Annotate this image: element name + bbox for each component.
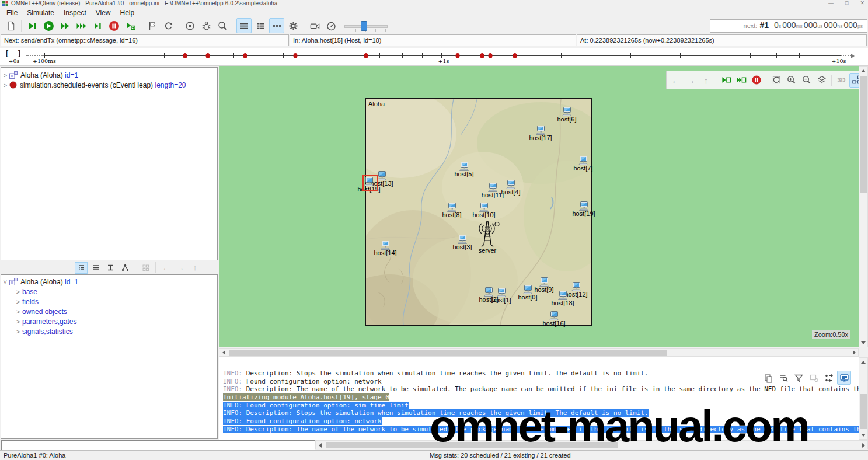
timeline[interactable]: [ ] +0s+100ms+1s+10s [0,48,868,66]
maximize-button[interactable]: □ [845,0,848,6]
chevron-right-icon[interactable]: > [1,82,9,89]
log-line[interactable]: INFO: Found configuration option: sim-ti… [223,402,859,410]
log-line[interactable]: INFO: Description: Stops the simulation … [223,409,859,417]
step-button[interactable] [25,18,40,33]
scroll-left-button[interactable] [219,349,228,357]
run-until-button[interactable] [90,18,105,33]
timeline-event-dot[interactable] [183,53,187,58]
children-mode-button[interactable] [104,262,117,274]
timeline-event-dot[interactable] [294,53,298,58]
node-host[19][interactable]: host[19] [578,201,590,219]
canvas-stop-button[interactable] [749,73,764,88]
chevron-right-icon[interactable]: > [14,308,22,315]
express-run-button[interactable] [74,18,89,33]
chevron-right-icon[interactable]: > [14,298,22,305]
scroll-right-button[interactable] [850,349,858,357]
scroll-up-button[interactable] [859,67,867,75]
canvas-up-button[interactable]: ↑ [699,73,713,88]
log-vscrollbar[interactable] [859,357,868,440]
node-host[10][interactable]: host[10] [478,203,490,220]
node-host[12][interactable]: host[12] [570,282,582,299]
new-file-button[interactable] [3,18,18,33]
relayout-button[interactable] [769,73,783,88]
timeline-event-dot[interactable] [513,53,517,58]
scroll-down-button[interactable] [859,431,867,439]
history-forward-button[interactable]: → [174,262,187,274]
zoom-out-button[interactable] [799,73,814,88]
timeline-event-dot[interactable] [480,53,484,58]
node-host[6][interactable]: host[6] [561,107,573,124]
inspector-child-parameters-gates[interactable]: > parameters,gates [1,316,217,326]
timeline-left-bracket[interactable]: [ [6,49,8,57]
speed-button[interactable] [323,18,339,33]
node-host[8][interactable]: host[8] [446,203,458,220]
menu-help[interactable]: Help [116,9,140,17]
flat-list-mode-button[interactable] [89,262,102,274]
stop-button[interactable] [106,18,121,33]
find-button[interactable] [215,18,230,33]
inspector-child-base[interactable]: > base [1,287,217,297]
timeline-event-dot[interactable] [206,53,210,58]
grid-mode-button[interactable] [139,262,152,274]
chevron-right-icon[interactable]: > [14,318,22,325]
chevron-down-icon[interactable]: > [2,278,9,286]
toggle-init-banners-button[interactable] [253,18,268,33]
toggle-3d-button[interactable]: 3D [834,73,849,88]
minimize-button[interactable]: — [828,0,834,6]
menu-simulate[interactable]: Simulate [22,9,59,17]
scroll-left-button[interactable] [316,441,324,449]
canvas-hscrollbar[interactable] [219,348,859,357]
canvas-back-button[interactable]: ← [668,73,683,88]
reload-button[interactable] [161,18,176,33]
node-host[4][interactable]: host[4] [505,180,517,197]
network-canvas[interactable]: Aloha host[6] host[17] host[7] host[5] [219,66,859,347]
debug-next-event-button[interactable] [182,18,197,33]
inspector-child-signals-statistics[interactable]: > signals,statistics [1,326,217,336]
toggle-animation-button[interactable] [269,18,284,33]
zoom-in-button[interactable] [784,73,799,88]
node-host[3][interactable]: host[3] [456,235,468,252]
inspector-child-owned-objects[interactable]: > owned objects [1,306,217,316]
log-line[interactable]: INFO: Found configuration option: networ… [223,417,859,426]
node-host[0][interactable]: host[0] [522,285,534,302]
node-host[18][interactable]: host[18] [557,291,569,308]
node-server[interactable]: server [475,220,500,255]
timeline-right-bracket[interactable]: ] [18,49,20,57]
node-host[5][interactable]: host[5] [458,162,470,179]
scroll-thumb[interactable] [860,76,867,193]
scroll-thumb[interactable] [860,394,867,429]
fast-run-button[interactable] [57,18,72,33]
timeline-event-dot[interactable] [364,53,368,58]
show-network-button[interactable] [849,73,859,88]
run-until-next-event-button[interactable] [123,18,138,33]
speed-slider[interactable] [343,19,389,32]
log-hscrollbar[interactable] [315,440,868,449]
tree-item-network[interactable]: > Aloha (Aloha) id=1 [1,70,217,80]
log-line[interactable]: INFO: Description: The name of the netwo… [223,385,859,393]
log-line[interactable]: INFO: Description: The name of the netwo… [223,426,859,434]
debug-flag-button[interactable] [144,18,159,33]
history-back-button[interactable]: ← [159,262,172,274]
close-button[interactable]: ✕ [860,0,864,6]
slider-handle[interactable] [361,21,367,31]
node-host[11][interactable]: host[11] [487,183,499,200]
debug-on-errors-button[interactable] [198,18,214,33]
log-display-mode-button[interactable] [837,371,851,385]
scroll-up-button[interactable] [859,358,867,366]
chevron-right-icon[interactable]: > [14,328,22,335]
copy-button[interactable] [761,371,775,385]
node-host[7][interactable]: host[7] [577,156,589,173]
timeline-event-dot[interactable] [243,53,247,58]
inspector-root-row[interactable]: > Aloha (Aloha) id=1 [1,277,217,287]
tree-view-mode-button[interactable] [75,262,88,274]
scroll-down-button[interactable] [859,339,867,347]
node-host[9][interactable]: host[9] [538,277,550,295]
chevron-right-icon[interactable]: > [1,72,9,79]
follow-output-button[interactable] [822,371,836,385]
run-in-module-button[interactable] [719,73,733,88]
go-up-button[interactable]: ↑ [189,262,201,274]
preferences-button[interactable] [285,18,301,33]
node-host[14][interactable]: host[14] [379,241,391,258]
canvas-vscrollbar[interactable] [859,66,868,347]
node-host[16][interactable]: host[16] [548,311,560,329]
